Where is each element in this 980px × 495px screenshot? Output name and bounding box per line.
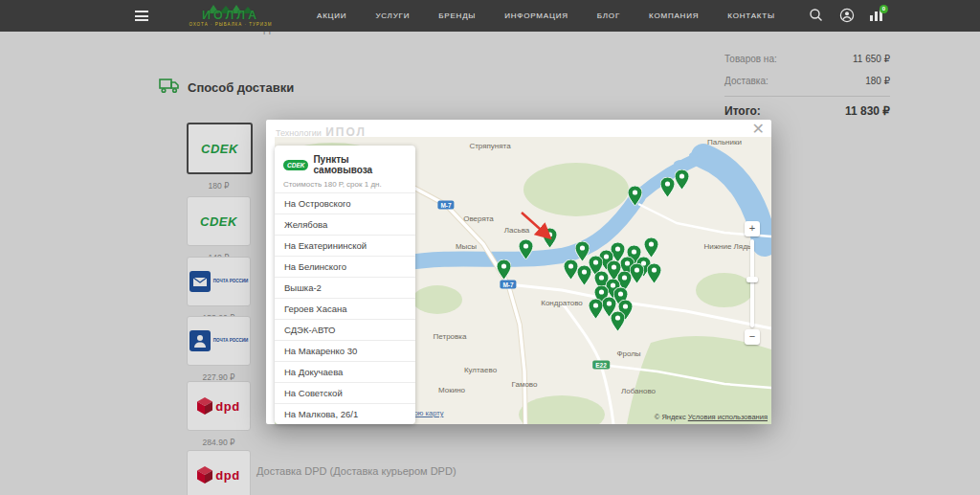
pickup-point-item[interactable]: Желябова [275, 214, 415, 235]
pickup-point-item[interactable]: Вышка-2 [275, 277, 415, 298]
map-pin[interactable] [575, 241, 590, 261]
menu-item-uslugi[interactable]: УСЛУГИ [375, 11, 410, 20]
map-pin[interactable] [675, 169, 689, 190]
cdek-logo-chip: CDEK [283, 160, 308, 170]
map-pin[interactable] [497, 259, 511, 280]
zoom-in-button[interactable]: + [745, 221, 760, 236]
pickup-point-list: На ОстровскогоЖелябоваНа ЕкатерининскойН… [275, 192, 415, 424]
panel-header: CDEK Пункты самовывоза [275, 146, 415, 175]
map-pin[interactable] [543, 228, 557, 248]
logo-title: ИОЛЛА [159, 10, 302, 22]
pickup-point-item[interactable]: На Екатерининской [275, 235, 415, 256]
map-pin[interactable] [577, 265, 591, 285]
map-label: Петровка [434, 332, 467, 341]
map-pin[interactable] [644, 237, 658, 258]
map-label: Гамово [512, 380, 538, 389]
map-pin[interactable] [647, 263, 661, 283]
map-attribution: © Яндекс Условия использования [655, 413, 768, 421]
yandex-copyright[interactable]: © Яндекс [655, 413, 686, 421]
map-label: Кондратово [541, 299, 583, 307]
panel-subtitle: Стоимость 180 Р, срок 1 дн. [275, 175, 415, 192]
menu-item-akcii[interactable]: АКЦИИ [317, 11, 346, 20]
map-pin[interactable] [611, 311, 625, 331]
zoom-slider-handle[interactable] [746, 277, 758, 282]
map-label: Пальники [707, 138, 742, 146]
pickup-point-item[interactable]: На Малкова, 26/1 [275, 403, 415, 424]
pickup-point-item[interactable]: На Макаренко 30 [275, 340, 415, 361]
map-label: Лобаново [621, 387, 656, 395]
map-label: Мокино [438, 386, 465, 394]
top-nav: ИОЛЛА ОХОТА · РЫБАЛКА · ТУРИЗМ АКЦИИ УСЛ… [0, 0, 980, 32]
road-badge: М-7 [500, 281, 516, 289]
pickup-point-item[interactable]: Героев Хасана [275, 298, 415, 319]
logo[interactable]: ИОЛЛА ОХОТА · РЫБАЛКА · ТУРИЗМ [159, 1, 302, 27]
zoom-out-button[interactable]: − [745, 329, 760, 345]
pickup-point-item[interactable]: На Советской [275, 382, 415, 403]
zoom-slider-track[interactable] [750, 239, 754, 327]
menu-item-informaciya[interactable]: ИНФОРМАЦИЯ [504, 11, 568, 20]
menu-item-brendy[interactable]: БРЕНДЫ [438, 11, 476, 20]
menu-item-kontakty[interactable]: КОНТАКТЫ [727, 11, 775, 20]
menu-item-kompaniya[interactable]: КОМПАНИЯ [649, 11, 699, 20]
map-pin[interactable] [660, 177, 675, 197]
pickup-point-item[interactable]: На Островского [275, 192, 415, 214]
cart-count-badge: 0 [880, 5, 888, 13]
map-label: Стряпунята [469, 142, 510, 150]
map-pin[interactable] [630, 263, 644, 283]
pickup-point-item[interactable]: СДЭК-АВТО [275, 319, 415, 340]
menu-item-blog[interactable]: БЛОГ [597, 11, 620, 20]
search-icon[interactable] [809, 8, 825, 24]
map-label: Ласьва [504, 226, 529, 235]
map-label: Култаево [464, 366, 497, 374]
close-icon[interactable]: ✕ [752, 122, 765, 137]
pickup-map-modal: Технологии ИПОЛ ✕ [266, 120, 771, 424]
map-label: Нижние Ляды [703, 242, 752, 251]
map-pin[interactable] [628, 186, 642, 206]
map-label: Мысы [456, 242, 477, 251]
map-label: Оверята [463, 214, 494, 223]
pickup-point-item[interactable]: На Белинского [275, 256, 415, 277]
road-badge: М-7 [437, 201, 454, 210]
map-label: Фролы [616, 349, 640, 358]
map-pin[interactable] [519, 239, 533, 259]
road-badge: Е22 [592, 361, 610, 370]
map-pin[interactable] [564, 259, 578, 280]
main-menu: АКЦИИ УСЛУГИ БРЕНДЫ ИНФОРМАЦИЯ БЛОГ КОМП… [317, 0, 775, 32]
hamburger-menu-icon[interactable] [135, 11, 148, 21]
page: Способы доставки Способ доставки CDEK 18… [0, 0, 980, 495]
account-icon[interactable] [839, 8, 856, 24]
terms-of-use-link[interactable]: Условия использования [688, 413, 768, 421]
map-pin[interactable] [589, 299, 603, 319]
panel-title: Пункты самовывоза [313, 154, 407, 175]
logo-tagline: ОХОТА · РЫБАЛКА · ТУРИЗМ [159, 23, 302, 28]
pickup-point-item[interactable]: На Докучаева [275, 361, 415, 382]
pickup-points-panel: CDEK Пункты самовывоза Стоимость 180 Р, … [275, 146, 415, 424]
